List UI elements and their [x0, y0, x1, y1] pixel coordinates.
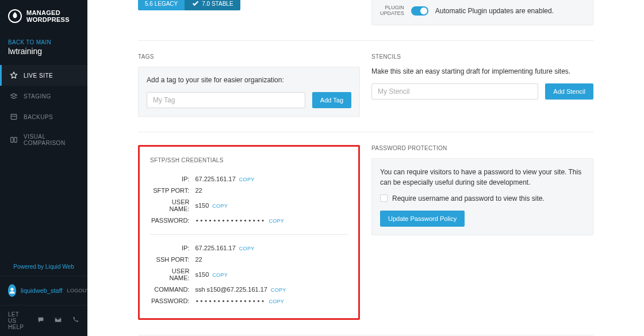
main-content: 5.6 LEGACY 7.0 STABLE PLUGINUPDATES Auto…: [87, 0, 644, 336]
copy-ssh-pass[interactable]: COPY: [265, 299, 284, 304]
ssh-command: ssh s150@67.225.161.17: [195, 286, 267, 293]
ssh-port: 22: [195, 256, 202, 263]
phone-icon[interactable]: [71, 316, 79, 326]
copy-sftp-ip[interactable]: COPY: [236, 177, 255, 182]
help-text: LET US HELP: [8, 311, 28, 330]
nav-label: STAGING: [24, 93, 51, 100]
stencil-input[interactable]: [371, 83, 538, 100]
avatar[interactable]: [8, 284, 16, 297]
nav-visual-comparison[interactable]: VISUAL COMPARISON: [0, 127, 87, 152]
ssh-user: s150: [195, 271, 209, 278]
svg-point-3: [10, 288, 13, 291]
layers-icon: [10, 92, 18, 100]
credentials-title: SFTP/SSH CREDENTIALS: [150, 157, 348, 163]
brand-logo: MANAGEDWORDPRESS: [0, 0, 87, 35]
powered-by-link[interactable]: Powered by Liquid Web: [0, 258, 87, 276]
nav-label: LIVE SITE: [24, 72, 53, 79]
require-password-checkbox[interactable]: [380, 194, 388, 202]
copy-sftp-pass[interactable]: COPY: [265, 218, 284, 224]
add-tag-button[interactable]: Add Tag: [312, 92, 351, 108]
plugin-updates-toggle[interactable]: [411, 6, 428, 16]
sftp-user: s150: [195, 202, 209, 209]
user-row: liquidweb_staff LOGOUT: [0, 276, 87, 305]
star-icon: [10, 71, 18, 79]
nav-backups[interactable]: BACKUPS: [0, 106, 87, 127]
compare-icon: [10, 136, 18, 144]
add-stencil-button[interactable]: Add Stencil: [545, 83, 593, 100]
check-icon: [191, 0, 200, 7]
nav-staging[interactable]: STAGING: [0, 86, 87, 106]
ssh-password: ••••••••••••••••: [195, 297, 265, 305]
copy-ssh-user[interactable]: COPY: [209, 272, 228, 278]
chat-icon[interactable]: [37, 316, 45, 326]
php-version-selector: 5.6 LEGACY 7.0 STABLE: [138, 0, 240, 10]
sidebar: MANAGEDWORDPRESS BACK TO MAIN lwtraining…: [0, 0, 87, 336]
username-link[interactable]: liquidweb_staff: [21, 287, 63, 294]
nav-label: VISUAL COMPARISON: [24, 133, 79, 146]
nav-label: BACKUPS: [24, 114, 53, 120]
svg-rect-0: [11, 114, 17, 120]
help-bar: LET US HELP: [0, 305, 87, 336]
copy-ssh-ip[interactable]: COPY: [236, 246, 255, 251]
svg-rect-1: [11, 138, 13, 143]
svg-rect-2: [14, 138, 17, 143]
ssh-ip: 67.225.161.17: [195, 245, 235, 251]
password-note: You can require visitors to have a passw…: [380, 167, 585, 188]
update-password-policy-button[interactable]: Update Password Policy: [380, 211, 465, 227]
stencils-description: Make this site an easy starting draft fo…: [371, 67, 593, 77]
brand-line1: MANAGED: [26, 9, 60, 16]
sftp-password: ••••••••••••••••: [195, 217, 265, 224]
brand-line2: WORDPRESS: [26, 16, 70, 23]
stencils-title: STENCILS: [371, 54, 593, 60]
plugin-updates-label: PLUGINUPDATES: [380, 5, 404, 17]
sftp-port: 22: [195, 187, 202, 194]
logout-link[interactable]: LOGOUT: [67, 288, 90, 293]
require-password-label: Require username and password to view th…: [392, 194, 545, 203]
tags-description: Add a tag to your site for easier organi…: [147, 75, 351, 85]
logo-icon: [8, 9, 22, 23]
php-legacy-button[interactable]: 5.6 LEGACY: [138, 0, 185, 10]
php-stable-button[interactable]: 7.0 STABLE: [185, 0, 240, 10]
credentials-box: SFTP/SSH CREDENTIALS IP:67.225.161.17COP…: [138, 145, 360, 320]
plugin-updates-status: Automatic Plugin updates are enabled.: [435, 7, 554, 15]
site-name: lwtraining: [0, 47, 87, 65]
email-icon[interactable]: [54, 316, 62, 326]
database-icon: [10, 113, 18, 121]
nav-live-site[interactable]: LIVE SITE: [0, 65, 87, 86]
sftp-ip: 67.225.161.17: [195, 175, 235, 182]
copy-ssh-command[interactable]: COPY: [267, 287, 286, 293]
tag-input[interactable]: [147, 92, 305, 108]
tags-title: TAGS: [138, 54, 360, 60]
back-to-main-link[interactable]: BACK TO MAIN: [0, 35, 87, 47]
password-title: PASSWORD PROTECTION: [371, 145, 593, 151]
copy-sftp-user[interactable]: COPY: [209, 203, 228, 209]
